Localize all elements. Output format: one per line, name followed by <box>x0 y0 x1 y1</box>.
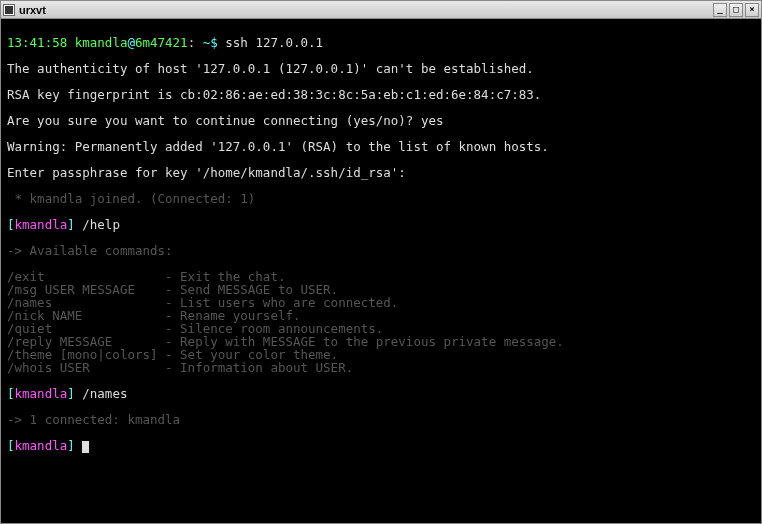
chat-cmd-names: /names <box>82 386 127 401</box>
minimize-button[interactable]: _ <box>713 3 727 17</box>
shell-user: kmandla <box>75 35 128 50</box>
window-controls: _ □ × <box>713 3 759 17</box>
shell-command: ssh 127.0.0.1 <box>225 35 323 50</box>
close-button[interactable]: × <box>745 3 759 17</box>
terminal-content[interactable]: 13:41:58 kmandla@6m47421: ~$ ssh 127.0.0… <box>1 19 761 523</box>
maximize-button[interactable]: □ <box>729 3 743 17</box>
chat-join-line: * kmandla joined. (Connected: 1) <box>7 192 755 205</box>
ssh-confirm-line: Are you sure you want to continue connec… <box>7 114 755 127</box>
chat-prompt-names: [kmandla] /names <box>7 387 755 400</box>
terminal-window: urxvt _ □ × 13:41:58 kmandla@6m47421: ~$… <box>0 0 762 524</box>
chat-prompt-current: [kmandla] <box>7 439 755 453</box>
ssh-fingerprint-line: RSA key fingerprint is cb:02:86:ae:ed:38… <box>7 88 755 101</box>
chat-prompt-help: [kmandla] /help <box>7 218 755 231</box>
ssh-auth-line: The authenticity of host '127.0.0.1 (127… <box>7 62 755 75</box>
chat-user: kmandla <box>15 217 68 232</box>
app-icon <box>3 4 15 16</box>
names-output: -> 1 connected: kmandla <box>7 413 755 426</box>
window-title: urxvt <box>19 4 713 16</box>
prompt-line: 13:41:58 kmandla@6m47421: ~$ ssh 127.0.0… <box>7 36 755 49</box>
help-header: -> Available commands: <box>7 244 755 257</box>
prompt-symbol: $ <box>210 35 218 50</box>
shell-host: 6m47421 <box>135 35 188 50</box>
help-commands-list: /exit - Exit the chat./msg USER MESSAGE … <box>7 270 755 374</box>
ssh-warning-line: Warning: Permanently added '127.0.0.1' (… <box>7 140 755 153</box>
ssh-passphrase-line: Enter passphrase for key '/home/kmandla/… <box>7 166 755 179</box>
help-command-line: /whois USER - Information about USER. <box>7 361 755 374</box>
titlebar[interactable]: urxvt _ □ × <box>1 1 761 19</box>
chat-user: kmandla <box>15 386 68 401</box>
chat-cmd-help: /help <box>82 217 120 232</box>
chat-user: kmandla <box>15 438 68 453</box>
cursor-block <box>82 441 89 453</box>
timestamp: 13:41:58 <box>7 35 67 50</box>
